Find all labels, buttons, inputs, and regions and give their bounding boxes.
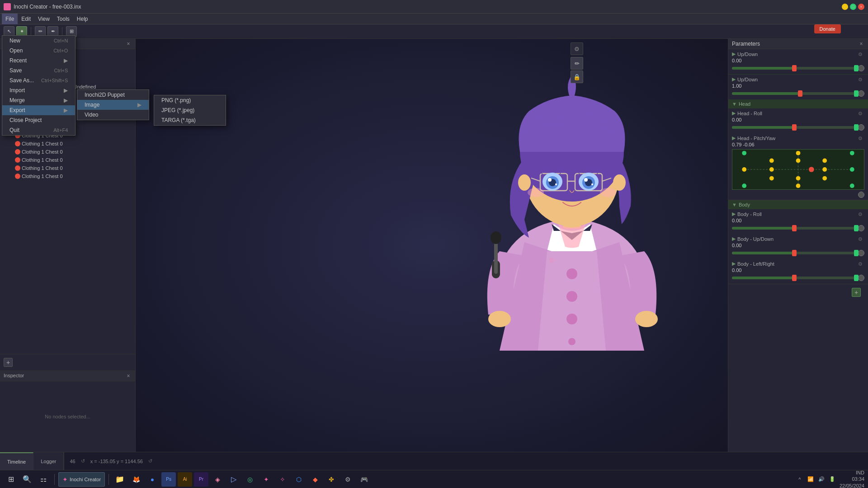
- taskbar-inochi-icon[interactable]: ✦: [259, 472, 274, 487]
- taskbar-start[interactable]: ⊞: [4, 472, 18, 487]
- slider-track[interactable]: [732, 277, 856, 279]
- taskbar-app-tool[interactable]: ⚙: [340, 472, 355, 487]
- export-png[interactable]: PNG (*.png): [154, 95, 226, 105]
- taskbar-app-star[interactable]: ✤: [324, 472, 339, 487]
- param-gear-body-updown[interactable]: ⚙: [858, 236, 864, 243]
- parameters-close-button[interactable]: ×: [858, 41, 864, 47]
- taskbar-chrome[interactable]: ●: [145, 472, 160, 487]
- taskbar-firefox[interactable]: 🦊: [129, 472, 143, 487]
- tree-item-clothing1-chest0-6[interactable]: Clothing 1 Chest 0: [0, 164, 135, 172]
- param-2d-grid-head[interactable]: [732, 149, 864, 190]
- taskbar-steam[interactable]: 🎮: [357, 472, 371, 487]
- tree-item-clothing1-chest0-5[interactable]: Clothing 1 Chest 0: [0, 156, 135, 164]
- menu-quit[interactable]: Quit Alt+F4: [2, 125, 75, 135]
- menu-view[interactable]: View: [34, 14, 53, 24]
- export-targa[interactable]: TARGA (*.tga): [154, 115, 226, 125]
- param-gear-updown1[interactable]: ⚙: [858, 52, 864, 58]
- tree-item-clothing1-chest0-4[interactable]: Clothing 1 Chest 0: [0, 148, 135, 156]
- menu-open[interactable]: Open Ctrl+O: [2, 46, 75, 56]
- menu-merge[interactable]: Merge ▶: [2, 95, 75, 105]
- menu-recent[interactable]: Recent ▶: [2, 56, 75, 66]
- menu-save[interactable]: Save Ctrl+S: [2, 66, 75, 75]
- param-section-head-header[interactable]: ▼ Head: [728, 99, 868, 108]
- section-arrow: ▼: [732, 101, 737, 107]
- menu-help[interactable]: Help: [73, 14, 92, 24]
- params-add-button[interactable]: +: [852, 288, 861, 297]
- export-jpeg[interactable]: JPEG (*.jpeg): [154, 105, 226, 115]
- minimize-button[interactable]: −: [842, 4, 848, 10]
- tool-lock-icon[interactable]: 🔒: [571, 70, 583, 83]
- maximize-button[interactable]: □: [850, 4, 856, 10]
- menu-tools[interactable]: Tools: [53, 14, 73, 24]
- slider-body-updown[interactable]: [732, 250, 864, 256]
- tray-volume[interactable]: 🔊: [818, 476, 825, 483]
- menu-export[interactable]: Export ▶: [2, 105, 75, 115]
- taskbar-app-inochi[interactable]: ✦ Inochi Creator: [58, 472, 105, 487]
- taskbar-inochi-icon2[interactable]: ✧: [275, 472, 290, 487]
- slider-head-roll[interactable]: [732, 124, 864, 131]
- close-button[interactable]: ×: [858, 4, 864, 10]
- param-gear-head-pitchyaw[interactable]: ⚙: [858, 136, 864, 142]
- slider-dot[interactable]: [858, 65, 864, 71]
- param-gear-body-roll[interactable]: ⚙: [858, 211, 864, 218]
- menu-edit[interactable]: Edit: [18, 14, 34, 24]
- slider-dot[interactable]: [858, 124, 864, 131]
- tree-label: Clothing 1 Chest 0: [22, 141, 63, 146]
- param-2d-circle[interactable]: [858, 192, 864, 198]
- taskbar-search[interactable]: 🔍: [20, 472, 34, 487]
- svg-point-41: [796, 183, 801, 188]
- slider-track[interactable]: [732, 67, 856, 70]
- tree-item-clothing1-chest0-3[interactable]: Clothing 1 Chest 0: [0, 140, 135, 148]
- menu-file[interactable]: File: [2, 14, 18, 24]
- export-image[interactable]: Image ▶: [77, 100, 149, 110]
- export-video[interactable]: Video: [77, 110, 149, 120]
- slider-dot[interactable]: [858, 225, 864, 231]
- taskbar-files[interactable]: 📁: [113, 472, 127, 487]
- slider-track[interactable]: [732, 227, 856, 230]
- tab-timeline[interactable]: Timeline: [0, 452, 33, 470]
- slider-dot[interactable]: [858, 250, 864, 256]
- taskbar-app-pink[interactable]: ◈: [210, 472, 225, 487]
- slider-track[interactable]: [732, 252, 856, 254]
- slider-updown1[interactable]: [732, 65, 864, 71]
- taskbar-photoshop[interactable]: Ps: [161, 472, 176, 487]
- taskbar-illustrator[interactable]: Ai: [178, 472, 192, 487]
- menu-new[interactable]: New Ctrl+N: [2, 36, 75, 46]
- param-gear-head-roll[interactable]: ⚙: [858, 111, 864, 117]
- menu-close-project[interactable]: Close Project: [2, 115, 75, 125]
- export-inochi2d[interactable]: Inochi2D Puppet: [77, 90, 149, 100]
- tree-item-clothing1-chest0-7[interactable]: Clothing 1 Chest 0: [0, 172, 135, 180]
- tab-logger[interactable]: Logger: [33, 452, 64, 470]
- node-panel-close[interactable]: ×: [125, 41, 132, 47]
- menu-import[interactable]: Import ▶: [2, 85, 75, 95]
- menu-save-as[interactable]: Save As... Ctrl+Shift+S: [2, 75, 75, 85]
- slider-track[interactable]: [732, 92, 856, 95]
- taskbar-app-arrow[interactable]: ▷: [226, 472, 241, 487]
- taskbar-app-cube[interactable]: ⬡: [292, 472, 306, 487]
- canvas-settings-button[interactable]: ⚙: [571, 42, 583, 55]
- slider-body-roll[interactable]: [732, 225, 864, 231]
- node-add-button[interactable]: +: [4, 358, 13, 367]
- inspector-close-button[interactable]: ×: [125, 373, 132, 379]
- tray-network[interactable]: 📶: [807, 476, 814, 483]
- svg-point-6: [488, 311, 511, 327]
- tray-battery[interactable]: 🔋: [829, 476, 836, 483]
- taskbar-app-gem[interactable]: ◆: [308, 472, 322, 487]
- slider-updown2[interactable]: [732, 90, 864, 97]
- coords-refresh-icon[interactable]: ↺: [148, 458, 152, 464]
- zoom-refresh-icon[interactable]: ↺: [81, 458, 85, 464]
- param-gear-updown2[interactable]: ⚙: [858, 77, 864, 83]
- param-section-body-header[interactable]: ▼ Body: [728, 200, 868, 209]
- slider-dot[interactable]: [858, 90, 864, 97]
- slider-body-leftright[interactable]: [732, 275, 864, 281]
- svg-point-32: [600, 188, 616, 197]
- taskbar-premiere[interactable]: Pr: [194, 472, 208, 487]
- donate-button[interactable]: Donate: [814, 24, 841, 33]
- slider-dot[interactable]: [858, 275, 864, 281]
- tray-chevron[interactable]: ^: [796, 476, 803, 483]
- taskbar-taskview[interactable]: ⚏: [36, 472, 51, 487]
- tool-pencil-icon[interactable]: ✏: [571, 57, 583, 70]
- taskbar-clock-app[interactable]: ◎: [243, 472, 257, 487]
- slider-track[interactable]: [732, 126, 856, 129]
- param-gear-body-leftright[interactable]: ⚙: [858, 261, 864, 267]
